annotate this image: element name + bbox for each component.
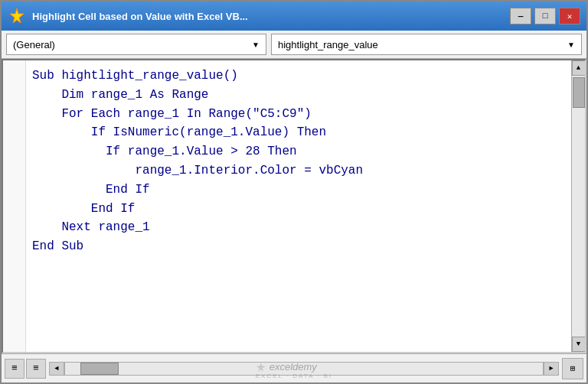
code-block: Sub hightlight_range_value() Dim range_1…: [32, 67, 568, 256]
svg-marker-1: [256, 363, 266, 372]
window-controls: — □ ✕: [510, 8, 580, 24]
toolbar: (General) ▼ hightlight_range_value ▼: [2, 31, 586, 59]
scroll-left-button[interactable]: ◄: [49, 362, 64, 376]
general-dropdown-label: (General): [13, 39, 55, 50]
title-bar: Highlight Cell based on Value with Excel…: [2, 2, 586, 31]
window-title: Highlight Cell based on Value with Excel…: [32, 11, 504, 22]
bottom-bar: ≡ ≡ ◄ ► ⊞ exceldemy EXCEL · DATA · BI: [2, 353, 586, 382]
general-dropdown[interactable]: (General) ▼: [6, 34, 266, 55]
code-editor-area: Sub hightlight_range_value() Dim range_1…: [2, 59, 586, 353]
close-button[interactable]: ✕: [559, 8, 580, 24]
vertical-scrollbar[interactable]: ▲ ▼: [571, 60, 585, 352]
resize-grip[interactable]: ⊞: [562, 358, 583, 379]
line-numbers-gutter: [3, 60, 26, 352]
scroll-thumb-v[interactable]: [573, 77, 585, 108]
code-container[interactable]: Sub hightlight_range_value() Dim range_1…: [26, 60, 571, 352]
minimize-button[interactable]: —: [510, 8, 531, 24]
scroll-right-button[interactable]: ►: [544, 362, 559, 376]
watermark-tagline: EXCEL · DATA · BI: [256, 373, 333, 379]
general-dropdown-arrow: ▼: [252, 41, 260, 49]
maximize-button[interactable]: □: [534, 8, 556, 24]
watermark: exceldemy EXCEL · DATA · BI: [256, 361, 333, 379]
watermark-icon: [256, 362, 266, 373]
procedure-dropdown-arrow: ▼: [567, 41, 575, 49]
app-icon: [8, 7, 26, 25]
svg-marker-0: [10, 8, 24, 23]
procedure-dropdown-label: hightlight_range_value: [278, 39, 378, 50]
scroll-thumb-h[interactable]: [80, 363, 119, 375]
procedure-dropdown[interactable]: hightlight_range_value ▼: [271, 34, 582, 55]
scroll-down-button[interactable]: ▼: [572, 337, 586, 352]
scroll-up-button[interactable]: ▲: [572, 60, 586, 76]
view-buttons: ≡ ≡: [5, 359, 46, 379]
view-btn-1[interactable]: ≡: [5, 359, 24, 379]
watermark-brand: exceldemy: [270, 361, 317, 373]
view-btn-2[interactable]: ≡: [26, 359, 46, 379]
scroll-track-v[interactable]: [572, 76, 585, 337]
vba-editor-window: Highlight Cell based on Value with Excel…: [0, 0, 588, 384]
